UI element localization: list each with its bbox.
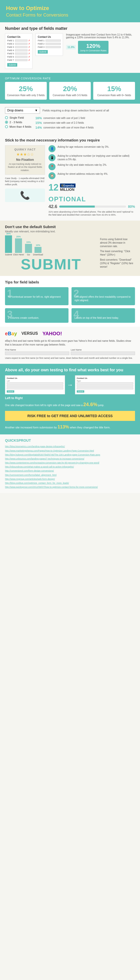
page-title: How to Optimize Contact Forms for Conver… bbox=[6, 5, 134, 18]
submit-right: Forms using Submit lose almost 3% decrea… bbox=[100, 238, 135, 270]
submit-big-label: SUBMIT bbox=[5, 257, 97, 272]
ltr-desc: One site changed location from left to r… bbox=[5, 401, 135, 408]
stars: ★★★☆☆ bbox=[8, 152, 42, 157]
dropdown-select[interactable]: Drop downs ▼ bbox=[5, 107, 40, 114]
radio-label-2-3: 2 - 3 fields bbox=[9, 121, 22, 124]
expedia-label: EExpedia bbox=[60, 183, 76, 188]
submit-right-text-2: The least converting: "Click Here" (20%+… bbox=[100, 250, 130, 256]
risk-percent: 113% bbox=[58, 425, 69, 430]
qs-link-7[interactable]: http://conversionxl.com/form-design-conv… bbox=[5, 469, 135, 473]
radio-4plus[interactable]: More than 4 fields bbox=[5, 125, 31, 128]
no-fixation-text: No Fixation bbox=[8, 158, 42, 162]
bar-fill-4 bbox=[35, 247, 41, 253]
info-item-4: 🏠 Asking for street address reduces rate… bbox=[49, 172, 135, 179]
conv-percent-3: 15% bbox=[95, 85, 133, 93]
radio-single[interactable]: Single Field bbox=[5, 116, 31, 119]
ltr-label: Left to Right bbox=[5, 396, 135, 400]
submit-right-2: The least converting: "Click Here" (20%+… bbox=[100, 250, 135, 257]
tip-2: 2 Left aligned offers the best readabili… bbox=[71, 287, 135, 305]
conversion-label: OPTIMUM CONVERSION RATE bbox=[5, 77, 135, 80]
million-number: 12 bbox=[49, 182, 58, 193]
form1-submit[interactable]: Submit bbox=[7, 63, 17, 67]
form-row: Field 1 bbox=[38, 39, 61, 42]
info-item-2: 📱 Asking for a telephone number (or impl… bbox=[49, 154, 135, 161]
bar-label-1: Submit bbox=[5, 253, 12, 256]
conv-box-2: 20% Conversion Rate with 3-5 fields bbox=[49, 82, 91, 100]
bar-chart: 30% Submit 25% Click Here! 15% Go 10% bbox=[5, 236, 97, 256]
bar-item-3: 15% Go bbox=[25, 241, 32, 256]
conv-box-3: 15% Conversion Rate with 6+ fields bbox=[93, 82, 135, 100]
testing-section: Above all, do your own testing to find w… bbox=[0, 364, 140, 435]
ebay-logo: eBay bbox=[5, 331, 17, 337]
qs-link-5[interactable]: http://www.contentverve.com/increasing-c… bbox=[5, 461, 135, 465]
jump-box: 120% Jump in Conversion Rates bbox=[78, 41, 109, 54]
ebay-b: B bbox=[8, 331, 11, 336]
conv-percent-2: 20% bbox=[51, 85, 89, 93]
name-fields: First Name Last Name bbox=[5, 348, 135, 355]
imagescape-info: Imagescaper reduced their Contact form f… bbox=[66, 33, 135, 54]
first-name-label: First Name bbox=[5, 348, 69, 351]
stick-left: QUIRKY FACT ★★★☆☆ No Fixation An eye tra… bbox=[5, 145, 45, 216]
qs-link-1[interactable]: http://blog.kissmetrics.com/landing-page… bbox=[5, 444, 135, 449]
stat-row-2: 15% conversion rate with use of 2-3 fiel… bbox=[35, 121, 135, 125]
bar-item-4: 10% Download bbox=[33, 244, 43, 256]
testing-content: Contact Us Left Submit → Contact Us Righ… bbox=[5, 375, 135, 408]
bar-pct-1: 30% bbox=[6, 232, 11, 235]
form-row: Field 3 bbox=[38, 46, 61, 48]
submit-subtitle: Ideally use relevant, non-intimidating t… bbox=[5, 230, 135, 233]
test-submit[interactable]: Submit bbox=[7, 390, 14, 393]
tips-grid: 1 No contextual answer for left vs. righ… bbox=[5, 287, 135, 323]
optional-label: OPTIONAL bbox=[49, 195, 135, 203]
form2-submit[interactable]: Submit bbox=[38, 50, 48, 54]
first-name-input[interactable] bbox=[5, 352, 69, 355]
qs-link-10[interactable]: http://blog.coxblue.com/optimize_contact… bbox=[5, 481, 135, 485]
qs-link-2[interactable]: http://www.marketingsherpa.com/Pages/How… bbox=[5, 449, 135, 453]
bar-fill-3 bbox=[25, 244, 32, 253]
title-line2: Contact Forms for Conversions bbox=[6, 13, 68, 18]
stick-content: QUIRKY FACT ★★★☆☆ No Fixation An eye tra… bbox=[5, 145, 135, 216]
tip-4: 4 Labels on top of the field are best to… bbox=[71, 308, 135, 323]
title-line1: How to Optimize bbox=[6, 5, 49, 11]
submit-right-text-3: Best converters: "Download" (10%) & "Reg… bbox=[100, 258, 133, 268]
qs-link-11[interactable]: http://www.quicksprout.com/2012/06/07/ho… bbox=[5, 485, 135, 489]
bar-item-2: 25% Click Here! bbox=[13, 235, 24, 256]
bar-pct-3: 15% bbox=[26, 241, 31, 243]
radio-2-3[interactable]: 2 - 3 fields bbox=[5, 121, 31, 124]
testing-forms: Contact Us Left Submit → Contact Us Righ… bbox=[5, 375, 135, 395]
last-name-input[interactable] bbox=[71, 352, 135, 355]
dropdown-info: Fields requiring a drop down selection f… bbox=[42, 109, 135, 112]
testing-left: Contact Us Left Submit → Contact Us Righ… bbox=[5, 375, 135, 408]
qs-link-8[interactable]: http://uxmovement.com/forms/label_alignm… bbox=[5, 473, 135, 477]
tip-text-1: No contextual answer for left vs. right … bbox=[8, 290, 66, 299]
form-row: Field 6 ✗ bbox=[7, 56, 30, 58]
fields-title: Number and type of fields matter bbox=[5, 26, 135, 31]
dropdown-section: Drop downs ▼ Fields requiring a drop dow… bbox=[0, 103, 140, 134]
conv-desc-2: Conversion Rate with 3-5 fields bbox=[51, 94, 89, 97]
info-text-2: Asking for a telephone number (or implyi… bbox=[58, 154, 135, 161]
test-form-title-right: Contact Us bbox=[77, 377, 133, 379]
info-text-4: Asking for street address reduces rate b… bbox=[58, 172, 108, 176]
qs-link-6[interactable]: http://inboundnow.com/what-makes-a-good-… bbox=[5, 465, 135, 469]
quicksprout-section: QUICKSPROUT http://blog.kissmetrics.com/… bbox=[0, 434, 140, 493]
test-submit-2[interactable]: Submit bbox=[77, 390, 84, 393]
phone-icon-2: 📱 bbox=[49, 154, 55, 161]
ebay-desc: eBay's first and last name fields got to… bbox=[5, 339, 135, 347]
page-header: How to Optimize Contact Forms for Conver… bbox=[0, 0, 140, 22]
qs-link-4[interactable]: http://www.unbounce.com/landing-pages/7-… bbox=[5, 457, 135, 461]
qs-link-9[interactable]: http://www.nngroup.com/articles/web-form… bbox=[5, 477, 135, 481]
fields-section: Number and type of fields matter Contact… bbox=[0, 22, 140, 73]
test-form-right: Contact Us Right Submit bbox=[75, 375, 135, 395]
qs-link-3[interactable]: http://blog.hubspot.com/blog/tabid/6307/… bbox=[5, 453, 135, 457]
imagescape-text: Imagescaper reduced their Contact form f… bbox=[66, 33, 135, 39]
info-item-1: 👤 Asking for age reduces conversion rate… bbox=[49, 145, 135, 152]
form-row: Field 2 bbox=[38, 43, 61, 45]
quirky-desc: An eye tracking study noticed no fixatio… bbox=[8, 162, 42, 172]
ltr-unit: jump. bbox=[98, 404, 104, 407]
stat-percent-3: 14% bbox=[35, 126, 42, 129]
submit-right-text-1: Forms using Submit lose almost 3% decrea… bbox=[100, 238, 127, 248]
tip-text-2: Left aligned offers the best readability… bbox=[74, 290, 132, 302]
conversion-section: OPTIMUM CONVERSION RATE 25% Conversion R… bbox=[0, 73, 140, 103]
tip-3: 3 2 columns create confusion. bbox=[5, 308, 69, 323]
radio-circle bbox=[5, 116, 8, 119]
conv-percent-1: 25% bbox=[7, 85, 45, 93]
